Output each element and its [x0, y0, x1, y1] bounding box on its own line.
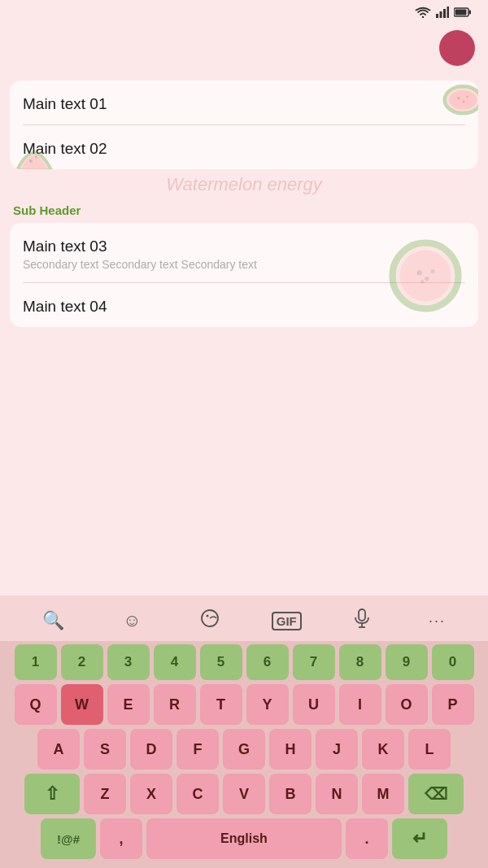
kb-num-7[interactable]: 7: [293, 644, 335, 680]
watermelon-deco-2: [14, 133, 54, 169]
backspace-icon: ⌫: [425, 784, 447, 804]
ghost-text: Watermelon energy: [10, 171, 478, 197]
kb-backspace-button[interactable]: ⌫: [408, 774, 464, 814]
svg-point-21: [420, 280, 425, 284]
svg-point-9: [449, 90, 477, 110]
kb-key-C[interactable]: C: [176, 774, 219, 814]
header-right: [431, 30, 475, 66]
svg-rect-0: [436, 14, 438, 18]
svg-point-23: [206, 615, 208, 617]
kb-shift-button[interactable]: ⇧: [24, 774, 80, 814]
kb-row-1: QWERTYUIOP: [5, 684, 483, 725]
svg-rect-24: [359, 609, 365, 621]
kb-emoji-btn[interactable]: ☺: [116, 607, 147, 635]
kb-key-G[interactable]: G: [223, 729, 265, 770]
kb-dot-key[interactable]: .: [346, 818, 388, 859]
kb-key-P[interactable]: P: [432, 684, 474, 725]
kb-key-L[interactable]: L: [408, 729, 451, 770]
kb-num-2[interactable]: 2: [61, 644, 103, 680]
svg-point-10: [457, 97, 460, 100]
kb-key-A[interactable]: A: [37, 729, 80, 770]
kb-key-F[interactable]: F: [176, 729, 219, 770]
svg-point-20: [430, 269, 434, 273]
kb-key-Y[interactable]: Y: [246, 684, 289, 725]
kb-key-W[interactable]: W: [61, 684, 103, 725]
kb-num-row: 1234567890: [5, 644, 483, 680]
kb-key-X[interactable]: X: [130, 774, 172, 814]
svg-point-18: [417, 270, 422, 275]
kb-num-9[interactable]: 9: [386, 644, 428, 680]
kb-key-N[interactable]: N: [316, 774, 358, 814]
svg-point-19: [425, 277, 429, 281]
scroll-content[interactable]: Main text 01 Main text 02 Watermelon ene…: [0, 72, 488, 528]
list-card-2: Main text 03 Secondary text Secondary te…: [10, 223, 478, 327]
kb-enter-button[interactable]: ↵: [392, 818, 447, 859]
shift-arrow-icon: ⇧: [45, 783, 59, 805]
kb-num-6[interactable]: 6: [246, 644, 289, 680]
kb-more-btn[interactable]: ···: [422, 609, 452, 633]
sub-header: Sub Header: [10, 197, 478, 223]
list-area: Main text 01 Main text 02 Watermelon ene…: [0, 81, 488, 327]
list-card-1: Main text 01 Main text 02: [10, 81, 478, 169]
kb-num-4[interactable]: 4: [154, 644, 196, 680]
list-item-2[interactable]: Main text 02: [23, 125, 465, 169]
svg-point-13: [29, 159, 33, 163]
kb-mic-btn[interactable]: [347, 605, 377, 636]
signal-icon: [436, 7, 449, 20]
kb-key-E[interactable]: E: [107, 684, 150, 725]
kb-num-3[interactable]: 3: [107, 644, 150, 680]
kb-num-0[interactable]: 0: [432, 644, 474, 680]
svg-rect-2: [443, 9, 446, 18]
kb-num-8[interactable]: 8: [339, 644, 381, 680]
svg-point-11: [463, 101, 465, 103]
kb-key-M[interactable]: M: [362, 774, 404, 814]
kb-key-Z[interactable]: Z: [84, 774, 126, 814]
watermelon-deco-1: [429, 85, 478, 133]
kb-num-5[interactable]: 5: [200, 644, 242, 680]
sub-header-text: Sub Header: [13, 203, 81, 217]
kb-row-2: ASDFGHJKL: [5, 729, 483, 770]
keyboard: 🔍 ☺ GIF ··· 1234567890 QWERTYUIOP ASDFGH…: [0, 595, 488, 868]
kb-row-3: ⇧ZXCVBNM⌫: [5, 774, 483, 814]
main-text-2: Main text 02: [23, 140, 465, 158]
kb-key-T[interactable]: T: [200, 684, 242, 725]
list-item-1[interactable]: Main text 01: [23, 81, 465, 125]
kb-gif-btn[interactable]: GIF: [272, 612, 302, 630]
status-bar: [0, 0, 488, 24]
svg-point-14: [35, 155, 37, 158]
kb-key-V[interactable]: V: [223, 774, 265, 814]
menu-dots-button[interactable]: [439, 30, 475, 66]
svg-rect-1: [440, 11, 442, 18]
kb-space-button[interactable]: English: [146, 818, 342, 859]
kb-key-K[interactable]: K: [362, 729, 404, 770]
kb-key-U[interactable]: U: [293, 684, 335, 725]
svg-point-17: [400, 251, 451, 302]
header-bar: [0, 24, 488, 72]
kb-key-O[interactable]: O: [386, 684, 428, 725]
kb-key-B[interactable]: B: [269, 774, 312, 814]
watermelon-deco-3: [389, 239, 462, 312]
kb-key-J[interactable]: J: [316, 729, 358, 770]
kb-search-btn[interactable]: 🔍: [36, 607, 71, 635]
kb-sym-button[interactable]: !@#: [41, 818, 96, 859]
wifi-icon: [415, 7, 431, 20]
kb-key-Q[interactable]: Q: [15, 684, 57, 725]
kb-key-H[interactable]: H: [269, 729, 312, 770]
svg-rect-6: [455, 10, 467, 15]
kb-key-S[interactable]: S: [84, 729, 126, 770]
main-text-1: Main text 01: [23, 95, 465, 113]
kb-comma-key[interactable]: ,: [100, 818, 142, 859]
kb-num-1[interactable]: 1: [15, 644, 57, 680]
keyboard-toolbar: 🔍 ☺ GIF ···: [0, 600, 488, 641]
battery-icon: [454, 7, 472, 20]
kb-key-D[interactable]: D: [130, 729, 172, 770]
svg-rect-5: [469, 11, 472, 15]
svg-rect-3: [447, 7, 450, 18]
enter-icon: ↵: [412, 828, 427, 849]
kb-key-I[interactable]: I: [339, 684, 381, 725]
status-icons: [415, 7, 472, 20]
kb-sticker-btn[interactable]: [194, 605, 226, 636]
svg-point-12: [466, 96, 468, 98]
keyboard-rows: 1234567890 QWERTYUIOP ASDFGHJKL ⇧ZXCVBNM…: [0, 641, 488, 868]
kb-key-R[interactable]: R: [154, 684, 196, 725]
